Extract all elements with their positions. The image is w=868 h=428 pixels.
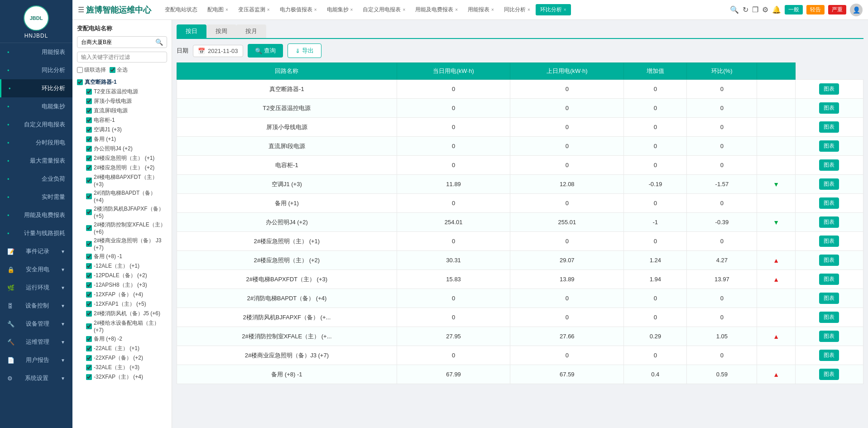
cell-chart-btn-10[interactable]: 图表 <box>795 270 863 289</box>
cell-chart-btn-7[interactable]: 图表 <box>795 213 863 232</box>
keyword-filter-input[interactable] <box>77 52 167 63</box>
chart-button-15[interactable]: 图表 <box>819 369 839 380</box>
station-search-input[interactable] <box>81 39 155 45</box>
sidebar-item-3[interactable]: •电能集抄 <box>0 97 72 115</box>
tree-item-9[interactable]: 2#楼应急照明（主） (+2) <box>77 163 167 173</box>
bell-icon[interactable]: 🔔 <box>772 5 781 14</box>
tree-checkbox-23[interactable] <box>86 336 92 342</box>
cell-chart-btn-13[interactable]: 图表 <box>795 327 863 346</box>
nav-tab-8[interactable]: 同比分析 × <box>499 4 535 15</box>
chart-button-11[interactable]: 图表 <box>819 293 839 304</box>
nav-tab-close-6[interactable]: × <box>455 7 458 12</box>
tree-checkbox-14[interactable] <box>86 241 92 247</box>
main-tab-0[interactable]: 按日 <box>177 24 206 38</box>
export-button[interactable]: ⇓ 导出 <box>288 43 321 58</box>
tree-item-3[interactable]: 直流屏I段电源 <box>77 106 167 115</box>
nav-tab-2[interactable]: 变压器监测 × <box>234 4 274 15</box>
tree-item-13[interactable]: 2#楼消防控制室XFALE（主） (+6) <box>77 220 167 236</box>
tree-checkbox-19[interactable] <box>86 292 92 298</box>
chart-button-6[interactable]: 图表 <box>819 197 839 209</box>
cell-chart-btn-3[interactable]: 图表 <box>795 137 863 156</box>
hamburger-icon[interactable]: ☰ <box>78 5 84 14</box>
cell-chart-btn-4[interactable]: 图表 <box>795 156 863 175</box>
tree-item-6[interactable]: 备用 (+1) <box>77 135 167 144</box>
tree-item-16[interactable]: -12ALE（主） (+1) <box>77 261 167 271</box>
tree-item-19[interactable]: -12XFAP（备） (+4) <box>77 290 167 299</box>
select-all-label[interactable]: 全选 <box>110 66 128 74</box>
nav-tab-7[interactable]: 用能报表 × <box>463 4 499 15</box>
tree-checkbox-9[interactable] <box>86 165 92 171</box>
status-badge-warning[interactable]: 轻告 <box>806 5 825 14</box>
tree-checkbox-4[interactable] <box>86 117 92 123</box>
tree-item-27[interactable]: -32XFAP（主） (+4) <box>77 372 167 382</box>
tree-checkbox-25[interactable] <box>86 355 92 361</box>
tree-item-10[interactable]: 2#楼电梯BAPXFDT（主） (+3) <box>77 173 167 188</box>
tree-item-17[interactable]: -12PDALE（备） (+2) <box>77 271 167 280</box>
main-tab-1[interactable]: 按周 <box>206 24 236 38</box>
tree-item-25[interactable]: -22XFAP（备） (+2) <box>77 353 167 363</box>
sidebar-item-5[interactable]: •分时段用电 <box>0 134 72 152</box>
chart-button-10[interactable]: 图表 <box>819 274 839 285</box>
chart-button-13[interactable]: 图表 <box>819 331 839 342</box>
sidebar-item-13[interactable]: 🌿运行环境▼ <box>0 279 72 297</box>
tree-checkbox-13[interactable] <box>86 225 92 231</box>
tree-item-26[interactable]: -32ALE（主） (+3) <box>77 363 167 372</box>
tree-checkbox-27[interactable] <box>86 374 92 380</box>
chart-button-12[interactable]: 图表 <box>819 312 839 323</box>
chart-button-8[interactable]: 图表 <box>819 236 839 247</box>
cell-chart-btn-8[interactable]: 图表 <box>795 232 863 251</box>
tree-checkbox-18[interactable] <box>86 282 92 288</box>
tree-checkbox-15[interactable] <box>86 254 92 260</box>
tree-checkbox-11[interactable] <box>86 193 92 199</box>
status-badge-normal[interactable]: 一般 <box>785 5 803 14</box>
sidebar-item-16[interactable]: 🔨运维管理▼ <box>0 333 72 351</box>
tree-checkbox-12[interactable] <box>86 209 92 215</box>
tree-item-2[interactable]: 屏顶小母线电源 <box>77 96 167 106</box>
tree-item-4[interactable]: 电容柜-1 <box>77 115 167 125</box>
tree-checkbox-24[interactable] <box>86 346 92 351</box>
level-select-label[interactable]: 级联选择 <box>77 66 106 74</box>
tree-item-22[interactable]: 2#楼给水设备配电箱（主） (+7) <box>77 318 167 334</box>
sidebar-item-0[interactable]: •用能报表 <box>0 43 72 61</box>
cell-chart-btn-9[interactable]: 图表 <box>795 251 863 270</box>
tree-checkbox-2[interactable] <box>86 98 92 104</box>
nav-tab-close-5[interactable]: × <box>403 7 405 12</box>
chart-button-9[interactable]: 图表 <box>819 255 839 266</box>
chart-button-0[interactable]: 图表 <box>819 83 839 95</box>
sidebar-item-7[interactable]: •企业负荷 <box>0 170 72 188</box>
tree-checkbox-20[interactable] <box>86 301 92 307</box>
tree-item-23[interactable]: 备用 (+8) -2 <box>77 334 167 344</box>
nav-tab-9[interactable]: 环比分析 × <box>536 4 571 15</box>
tree-checkbox-1[interactable] <box>86 89 92 95</box>
chart-button-5[interactable]: 图表 <box>819 178 839 190</box>
sidebar-item-4[interactable]: •自定义用电报表 <box>0 115 72 134</box>
chart-button-3[interactable]: 图表 <box>819 140 839 152</box>
nav-tab-5[interactable]: 自定义用电报表 × <box>358 4 410 15</box>
sidebar-item-10[interactable]: •计量与线路损耗 <box>0 224 72 242</box>
sidebar-item-15[interactable]: 🔧设备管理▼ <box>0 315 72 333</box>
cell-chart-btn-1[interactable]: 图表 <box>795 99 863 118</box>
cell-chart-btn-2[interactable]: 图表 <box>795 118 863 137</box>
chart-button-14[interactable]: 图表 <box>819 350 839 361</box>
tree-checkbox-22[interactable] <box>86 323 92 329</box>
tree-item-14[interactable]: 2#楼商业应急照明（备） J3 (+7) <box>77 236 167 252</box>
nav-tab-close-1[interactable]: × <box>225 7 228 12</box>
tree-checkbox-8[interactable] <box>86 155 92 161</box>
sidebar-item-2[interactable]: •环比分析 <box>0 79 72 97</box>
cell-chart-btn-0[interactable]: 图表 <box>795 80 863 99</box>
sidebar-item-18[interactable]: ⚙系统设置▼ <box>0 369 72 387</box>
tree-item-8[interactable]: 2#楼应急照明（主） (+1) <box>77 154 167 163</box>
cell-chart-btn-6[interactable]: 图表 <box>795 194 863 213</box>
tree-item-7[interactable]: 办公照明J4 (+2) <box>77 144 167 154</box>
sidebar-item-1[interactable]: •同比分析 <box>0 61 72 79</box>
tree-checkbox-3[interactable] <box>86 108 92 114</box>
query-button[interactable]: 🔍 查询 <box>248 44 283 58</box>
nav-tab-close-8[interactable]: × <box>528 7 530 12</box>
chart-button-4[interactable]: 图表 <box>819 159 839 171</box>
tree-item-24[interactable]: -22ALE（主） (+1) <box>77 344 167 353</box>
cell-chart-btn-15[interactable]: 图表 <box>795 365 863 384</box>
status-badge-severe[interactable]: 严重 <box>828 5 846 14</box>
date-input-wrapper[interactable]: 📅 2021-11-03 <box>193 45 243 57</box>
nav-tab-close-4[interactable]: × <box>350 7 353 12</box>
cell-chart-btn-12[interactable]: 图表 <box>795 308 863 327</box>
